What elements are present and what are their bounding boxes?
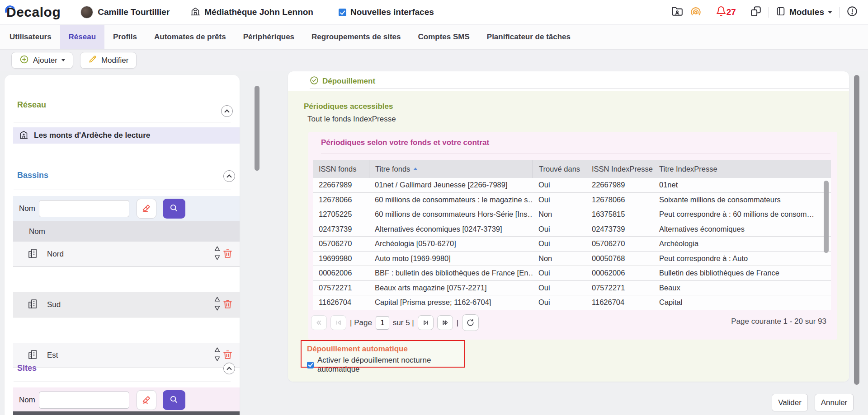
- table-row[interactable]: 11626704 Capital [Prisma presse; 1162-67…: [313, 295, 831, 310]
- cell-titre-fonds: Beaux arts magazine [0757-2271]: [369, 284, 533, 292]
- cancel-button[interactable]: Annuler: [815, 394, 854, 411]
- delete-icon[interactable]: [222, 349, 233, 362]
- tab-regroupements-de-sites[interactable]: Regroupements de sites: [303, 25, 409, 49]
- cell-issn-indexpresse: 00062006: [586, 269, 653, 277]
- move-up-icon[interactable]: [214, 245, 221, 253]
- delete-icon[interactable]: [222, 298, 233, 312]
- link-icon[interactable]: [750, 5, 762, 19]
- table-row[interactable]: 12678066 60 millions de consommateurs : …: [313, 193, 831, 208]
- cell-trouve-dans: Non: [533, 210, 586, 219]
- add-button[interactable]: Ajouter: [11, 52, 73, 69]
- cell-trouve-dans: Oui: [533, 225, 586, 233]
- cell-issn-fonds: 22667989: [313, 181, 369, 189]
- modules-menu[interactable]: Modules: [776, 6, 832, 19]
- depouillement-panel: Dépouillement Périodiques accessibles To…: [288, 71, 849, 382]
- info-icon[interactable]: [846, 5, 858, 19]
- eraser-icon: [142, 203, 151, 214]
- user-name[interactable]: Camille Tourtillier: [98, 7, 170, 17]
- sidebar-item-network[interactable]: Les monts d'Ardèche de lecture: [13, 127, 240, 144]
- sites-clear-button[interactable]: [137, 390, 156, 410]
- column-header-trouve-dans[interactable]: Trouvé dans: [533, 160, 586, 178]
- column-header-issn-fonds[interactable]: ISSN fonds: [313, 160, 369, 178]
- reseau-collapse-button[interactable]: [221, 105, 233, 117]
- tab-planificateur-de-taches[interactable]: Planificateur de tâches: [478, 25, 579, 49]
- page-suffix: sur 5 |: [393, 318, 414, 327]
- sites-search-button[interactable]: [163, 390, 185, 410]
- column-header-issn-indexpresse[interactable]: ISSN IndexPresse: [586, 160, 653, 178]
- tab-peripheriques[interactable]: Périphériques: [235, 25, 303, 49]
- refresh-button[interactable]: [462, 314, 479, 331]
- table-scrollbar[interactable]: [824, 181, 829, 253]
- last-page-button[interactable]: [437, 315, 453, 330]
- bassin-row-nord[interactable]: Nord: [13, 242, 240, 267]
- radar-icon[interactable]: [690, 5, 702, 19]
- move-down-icon[interactable]: [214, 254, 221, 262]
- table-row[interactable]: 22667989 01net / Gallimard Jeunesse [226…: [313, 178, 831, 193]
- tab-utilisateurs[interactable]: Utilisateurs: [1, 25, 60, 49]
- eraser-icon: [142, 395, 151, 406]
- move-up-icon[interactable]: [214, 296, 221, 304]
- decalog-logo: Decalog: [6, 5, 61, 20]
- bassins-column-header[interactable]: Nom: [13, 221, 240, 242]
- tab-comptes-sms[interactable]: Comptes SMS: [410, 25, 478, 49]
- check-circle-icon: [310, 76, 319, 87]
- page-number-input[interactable]: [376, 316, 389, 330]
- column-header-titre-fonds[interactable]: Titre fonds: [369, 160, 533, 178]
- chevron-down-icon: [61, 59, 65, 61]
- tab-profils[interactable]: Profils: [104, 25, 146, 49]
- tab-reseau[interactable]: Réseau: [60, 25, 104, 49]
- sidebar-scrollbar[interactable]: [255, 86, 259, 171]
- bassin-name: Nord: [47, 250, 64, 259]
- bassins-collapse-button[interactable]: [223, 170, 235, 182]
- bassins-search-button[interactable]: [163, 199, 185, 219]
- table-row[interactable]: 05706270 Archéologia [0570-6270] Oui 057…: [313, 237, 831, 252]
- table-row[interactable]: 02473739 Alternatives économiques [0247-…: [313, 222, 831, 237]
- move-down-icon[interactable]: [214, 355, 221, 364]
- move-up-icon[interactable]: [214, 346, 221, 354]
- move-down-icon[interactable]: [214, 305, 221, 313]
- cell-titre-indexpresse: 01net: [653, 181, 831, 189]
- bassin-row-est[interactable]: Est: [13, 343, 240, 368]
- user-avatar[interactable]: [80, 6, 93, 19]
- bassin-row-sud[interactable]: Sud: [13, 292, 240, 317]
- cell-titre-indexpresse: Beaux: [653, 284, 831, 292]
- library-selector[interactable]: Médiathèque John Lennon: [190, 6, 313, 18]
- nocturne-checkbox-label: Activer le dépouillement nocturne automa…: [317, 356, 464, 374]
- folder-user-icon[interactable]: [671, 5, 683, 19]
- divider: [310, 88, 849, 89]
- sites-collapse-button[interactable]: [223, 363, 235, 374]
- cell-titre-indexpresse: Peut correspondre à : 60 millions de con…: [653, 210, 831, 219]
- divider: [14, 382, 231, 382]
- auto-depouillement-box: Dépouillement automatique Activer le dép…: [301, 340, 465, 368]
- sites-name-input[interactable]: [39, 392, 129, 409]
- first-page-button[interactable]: [311, 315, 327, 330]
- cell-titre-indexpresse: Bulletin des bibliothèques de France: [653, 269, 831, 277]
- bassins-name-input[interactable]: [39, 200, 129, 217]
- notifications-button[interactable]: 27: [716, 6, 736, 19]
- header-divider: [743, 7, 743, 18]
- table-row[interactable]: 07572271 Beaux arts magazine [0757-2271]…: [313, 281, 831, 296]
- cell-titre-indexpresse: Archéologia: [653, 239, 831, 248]
- validate-button[interactable]: Valider: [772, 394, 808, 411]
- table-row[interactable]: 12705225 60 millions de consommateurs Ho…: [313, 207, 831, 222]
- modify-button[interactable]: Modifier: [80, 52, 137, 69]
- cell-titre-fonds: Archéologia [0570-6270]: [369, 239, 533, 248]
- new-interfaces-toggle[interactable]: Nouvelles interfaces: [339, 7, 434, 17]
- delete-icon[interactable]: [222, 248, 233, 261]
- divider: [321, 154, 830, 154]
- main-scrollbar[interactable]: [854, 75, 859, 385]
- chevron-up-icon: [226, 174, 231, 179]
- nocturne-checkbox[interactable]: [307, 362, 314, 368]
- depouillement-section-header[interactable]: Dépouillement: [310, 76, 375, 87]
- bassins-clear-button[interactable]: [137, 199, 156, 219]
- new-interfaces-checkbox[interactable]: [339, 9, 346, 16]
- table-row[interactable]: 19699980 Auto moto [1969-9980] Non 00050…: [313, 252, 831, 266]
- reorder-controls: [214, 346, 221, 364]
- next-page-button[interactable]: [418, 315, 434, 330]
- column-header-titre-indexpresse[interactable]: Titre IndexPresse: [653, 160, 831, 178]
- tab-automates-de-prets[interactable]: Automates de prêts: [146, 25, 235, 49]
- divider: [14, 122, 231, 122]
- auto-depouillement-option[interactable]: Activer le dépouillement nocturne automa…: [307, 356, 464, 374]
- previous-page-button[interactable]: [330, 315, 346, 330]
- table-row[interactable]: 00062006 BBF : bulletin des bibliothèque…: [313, 266, 831, 281]
